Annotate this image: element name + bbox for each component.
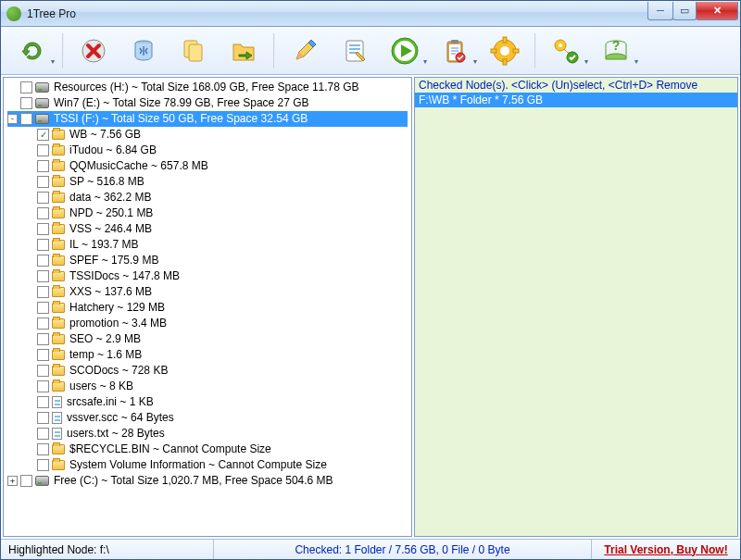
- checked-item[interactable]: F:\WB * Folder * 7.56 GB: [415, 93, 737, 107]
- titlebar[interactable]: 1Tree Pro ─ ▭ ✕: [1, 1, 740, 27]
- folder-icon: [52, 366, 65, 376]
- checkbox[interactable]: [37, 317, 49, 330]
- collapse-icon[interactable]: -: [7, 114, 18, 124]
- svg-rect-13: [503, 37, 507, 43]
- gear-icon: [488, 34, 521, 68]
- tree-row[interactable]: NPD ~ 250.1 MB: [7, 205, 408, 221]
- recycle-button[interactable]: [119, 31, 168, 71]
- edit-button[interactable]: [281, 31, 329, 71]
- tree-row[interactable]: +Free (C:) ~ Total Size 1,020.7 MB, Free…: [7, 473, 408, 489]
- checkbox[interactable]: [37, 207, 49, 219]
- note-button[interactable]: [331, 31, 379, 71]
- toolbar-separator: [534, 33, 536, 68]
- svg-rect-16: [513, 49, 519, 53]
- tree-row[interactable]: Win7 (E:) ~ Total Size 78.99 GB, Free Sp…: [7, 95, 408, 111]
- folder-icon: [52, 161, 65, 171]
- help-button[interactable]: ?▾: [592, 31, 640, 71]
- run-button[interactable]: ▾: [381, 31, 429, 71]
- tree-row[interactable]: SP ~ 516.8 MB: [7, 174, 408, 190]
- tree-row[interactable]: $RECYCLE.BIN ~ Cannot Compute Size: [7, 442, 408, 457]
- checkbox[interactable]: [37, 412, 49, 424]
- expander-blank: [24, 224, 34, 234]
- tree-row[interactable]: data ~ 362.2 MB: [7, 190, 408, 205]
- tree-row[interactable]: QQMusicCache ~ 657.8 MB: [7, 158, 408, 174]
- expander-blank: [24, 381, 34, 392]
- copy-button[interactable]: [170, 31, 218, 71]
- tree-item-label: Free (C:) ~ Total Size 1,020.7 MB, Free …: [52, 473, 335, 489]
- key-icon: [549, 34, 583, 68]
- tree-row[interactable]: SPEF ~ 175.9 MB: [7, 253, 408, 268]
- maximize-button[interactable]: ▭: [672, 2, 697, 20]
- tree-row[interactable]: ✓WB ~ 7.56 GB: [7, 127, 408, 143]
- clipboard-button[interactable]: ▾: [431, 31, 479, 71]
- tree-row[interactable]: -TSSI (F:) ~ Total Size 50 GB, Free Spac…: [7, 111, 408, 127]
- move-button[interactable]: [220, 31, 268, 71]
- tree-row[interactable]: Hatchery ~ 129 MB: [7, 300, 408, 316]
- tree-row[interactable]: temp ~ 1.6 MB: [7, 347, 408, 363]
- checkbox[interactable]: [37, 160, 49, 172]
- svg-point-18: [559, 44, 562, 47]
- checkbox[interactable]: [37, 270, 49, 282]
- checkbox[interactable]: [20, 475, 32, 487]
- tree-row[interactable]: VSS ~ 246.4 MB: [7, 221, 408, 237]
- checkbox[interactable]: [37, 286, 49, 298]
- expand-icon[interactable]: +: [7, 476, 18, 486]
- tree-item-label: VSS ~ 246.4 MB: [68, 221, 154, 237]
- checkbox[interactable]: [37, 349, 49, 361]
- tree-row[interactable]: users ~ 8 KB: [7, 379, 408, 394]
- checkbox[interactable]: [37, 396, 49, 408]
- expander-blank: [24, 334, 34, 344]
- folder-icon: [52, 350, 65, 360]
- recycle-bin-icon: [127, 34, 160, 68]
- checkbox[interactable]: [37, 239, 49, 251]
- tree-row[interactable]: System Volume Information ~ Cannot Compu…: [7, 457, 408, 473]
- svg-rect-14: [503, 59, 507, 65]
- tree-row[interactable]: users.txt ~ 28 Bytes: [7, 426, 408, 442]
- settings-button[interactable]: [481, 31, 529, 71]
- tree-row[interactable]: srcsafe.ini ~ 1 KB: [7, 394, 408, 410]
- drive-icon: [35, 476, 49, 486]
- checkbox[interactable]: [37, 223, 49, 235]
- checkbox[interactable]: [37, 192, 49, 204]
- tree-row[interactable]: TSSIDocs ~ 147.8 MB: [7, 268, 408, 284]
- tree-row[interactable]: promotion ~ 3.4 MB: [7, 316, 408, 331]
- window-title: 1Tree Pro: [27, 7, 648, 20]
- tree-row[interactable]: IL ~ 193.7 MB: [7, 237, 408, 253]
- checkbox[interactable]: [37, 443, 49, 455]
- checkbox[interactable]: [37, 255, 49, 267]
- dropdown-icon: ▾: [634, 57, 638, 66]
- checkbox[interactable]: [37, 428, 49, 440]
- checkbox[interactable]: [20, 97, 32, 109]
- folder-icon: [52, 444, 65, 454]
- tree-row[interactable]: iTudou ~ 6.84 GB: [7, 143, 408, 158]
- pencil-icon: [288, 34, 321, 68]
- checkbox[interactable]: [20, 81, 32, 93]
- close-button[interactable]: ✕: [696, 2, 738, 20]
- tree-row[interactable]: SEO ~ 2.9 MB: [7, 331, 408, 347]
- checked-panel[interactable]: Checked Node(s). <Click> (Un)select, <Ct…: [414, 77, 738, 537]
- trial-link[interactable]: Trial Version, Buy Now!: [592, 540, 740, 559]
- checkbox[interactable]: [37, 333, 49, 345]
- checkbox[interactable]: [37, 176, 49, 188]
- checkbox[interactable]: [20, 113, 32, 125]
- checkbox[interactable]: ✓: [37, 129, 49, 141]
- checkbox[interactable]: [37, 365, 49, 377]
- minimize-button[interactable]: ─: [647, 2, 673, 20]
- tree-panel[interactable]: Resources (H:) ~ Total Size 168.09 GB, F…: [3, 77, 412, 537]
- tree-row[interactable]: Resources (H:) ~ Total Size 168.09 GB, F…: [7, 80, 408, 95]
- folder-move-icon: [227, 34, 260, 68]
- tree-item-label: QQMusicCache ~ 657.8 MB: [68, 158, 210, 174]
- register-button[interactable]: ▾: [542, 31, 590, 71]
- checkbox[interactable]: [37, 144, 49, 156]
- checkbox[interactable]: [37, 380, 49, 392]
- folder-tree: Resources (H:) ~ Total Size 168.09 GB, F…: [4, 78, 411, 491]
- expander-blank: [24, 287, 34, 297]
- delete-button[interactable]: [69, 31, 118, 71]
- checkbox[interactable]: [37, 459, 49, 471]
- refresh-button[interactable]: ▾: [8, 31, 57, 71]
- checkbox[interactable]: [37, 302, 49, 314]
- tree-row[interactable]: SCODocs ~ 728 KB: [7, 363, 408, 379]
- tree-row[interactable]: vssver.scc ~ 64 Bytes: [7, 410, 408, 426]
- tree-row[interactable]: XXS ~ 137.6 MB: [7, 284, 408, 300]
- statusbar: Highlighted Node: f:\ Checked: 1 Folder …: [1, 539, 740, 559]
